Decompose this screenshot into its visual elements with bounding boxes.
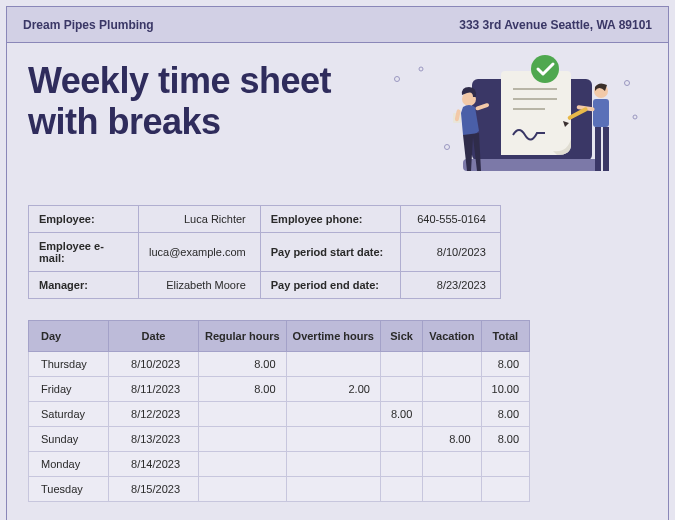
cell-day: Saturday: [29, 402, 109, 427]
col-date: Date: [109, 321, 199, 352]
cell-date: 8/15/2023: [109, 477, 199, 502]
svg-rect-20: [595, 127, 601, 171]
email-label: Employee e-mail:: [29, 233, 139, 272]
col-regular: Regular hours: [199, 321, 287, 352]
cell-overtime: [286, 452, 380, 477]
table-row: Tuesday8/15/2023: [29, 477, 530, 502]
header-bar: Dream Pipes Plumbing 333 3rd Avenue Seat…: [7, 7, 668, 43]
cell-vacation: [423, 377, 481, 402]
col-day: Day: [29, 321, 109, 352]
start-label: Pay period start date:: [260, 233, 400, 272]
cell-overtime: [286, 402, 380, 427]
cell-date: 8/13/2023: [109, 427, 199, 452]
cell-day: Friday: [29, 377, 109, 402]
title-line-1: Weekly time sheet: [28, 60, 331, 101]
cell-regular: [199, 402, 287, 427]
cell-day: Monday: [29, 452, 109, 477]
svg-rect-16: [593, 99, 609, 127]
cell-vacation: [423, 452, 481, 477]
table-row: Monday8/14/2023: [29, 452, 530, 477]
table-header-row: Day Date Regular hours Overtime hours Si…: [29, 321, 530, 352]
cell-sick: [380, 377, 422, 402]
cell-overtime: 2.00: [286, 377, 380, 402]
col-sick: Sick: [380, 321, 422, 352]
cell-regular: [199, 477, 287, 502]
cell-sick: [380, 477, 422, 502]
cell-total: 8.00: [481, 427, 530, 452]
col-overtime: Overtime hours: [286, 321, 380, 352]
cell-date: 8/10/2023: [109, 352, 199, 377]
cell-date: 8/14/2023: [109, 452, 199, 477]
svg-point-10: [531, 55, 559, 83]
cell-total: 8.00: [481, 402, 530, 427]
cell-vacation: 8.00: [423, 427, 481, 452]
cell-day: Thursday: [29, 352, 109, 377]
svg-point-4: [633, 115, 637, 119]
cell-sick: [380, 452, 422, 477]
svg-point-3: [625, 81, 630, 86]
cell-overtime: [286, 477, 380, 502]
table-row: Saturday8/12/20238.008.00: [29, 402, 530, 427]
cell-total: [481, 452, 530, 477]
cell-day: Tuesday: [29, 477, 109, 502]
svg-rect-6: [463, 159, 601, 171]
cell-sick: 8.00: [380, 402, 422, 427]
employee-value: Luca Richter: [139, 206, 261, 233]
table-row: Friday8/11/20238.002.0010.00: [29, 377, 530, 402]
timesheet-illustration: [377, 55, 647, 185]
start-value: 8/10/2023: [400, 233, 500, 272]
phone-label: Employee phone:: [260, 206, 400, 233]
title-line-2: with breaks: [28, 101, 331, 142]
info-table: Employee: Luca Richter Employee phone: 6…: [28, 205, 501, 299]
email-value: luca@example.com: [139, 233, 261, 272]
cell-regular: 8.00: [199, 352, 287, 377]
svg-point-0: [395, 77, 400, 82]
cell-regular: 8.00: [199, 377, 287, 402]
svg-rect-21: [603, 127, 609, 171]
cell-vacation: [423, 477, 481, 502]
time-table: Day Date Regular hours Overtime hours Si…: [28, 320, 530, 502]
col-vacation: Vacation: [423, 321, 481, 352]
manager-value: Elizabeth Moore: [139, 272, 261, 299]
cell-day: Sunday: [29, 427, 109, 452]
end-value: 8/23/2023: [400, 272, 500, 299]
cell-regular: [199, 452, 287, 477]
cell-sick: [380, 352, 422, 377]
table-row: Sunday8/13/20238.008.00: [29, 427, 530, 452]
cell-sick: [380, 427, 422, 452]
svg-point-1: [419, 67, 423, 71]
company-name: Dream Pipes Plumbing: [23, 18, 154, 32]
end-label: Pay period end date:: [260, 272, 400, 299]
manager-label: Manager:: [29, 272, 139, 299]
cell-date: 8/12/2023: [109, 402, 199, 427]
svg-point-2: [445, 145, 450, 150]
cell-overtime: [286, 427, 380, 452]
cell-total: 10.00: [481, 377, 530, 402]
employee-label: Employee:: [29, 206, 139, 233]
cell-total: 8.00: [481, 352, 530, 377]
cell-regular: [199, 427, 287, 452]
cell-date: 8/11/2023: [109, 377, 199, 402]
cell-vacation: [423, 352, 481, 377]
col-total: Total: [481, 321, 530, 352]
table-row: Thursday8/10/20238.008.00: [29, 352, 530, 377]
cell-vacation: [423, 402, 481, 427]
company-address: 333 3rd Avenue Seattle, WA 89101: [459, 18, 652, 32]
page-title: Weekly time sheet with breaks: [28, 60, 331, 143]
cell-overtime: [286, 352, 380, 377]
phone-value: 640-555-0164: [400, 206, 500, 233]
cell-total: [481, 477, 530, 502]
